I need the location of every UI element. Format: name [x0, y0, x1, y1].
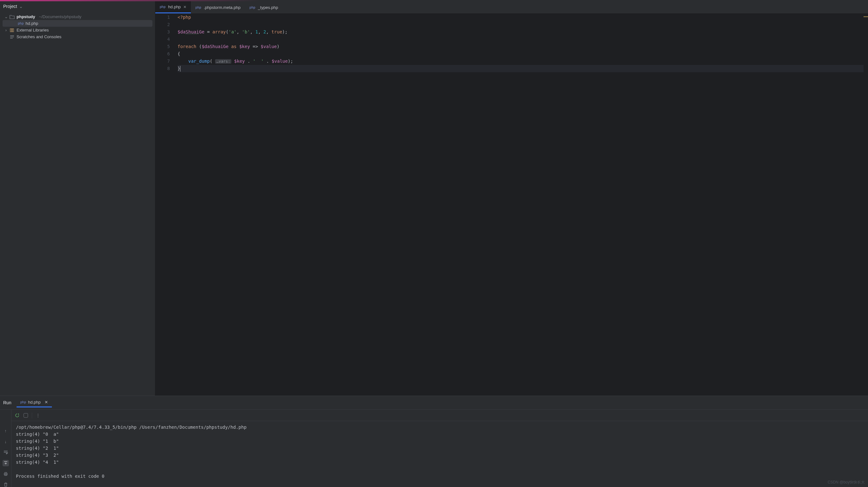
project-panel: Project ⌄ ⌄ phpstudy ~/Documents/phpstud…: [0, 1, 155, 396]
run-content: ⋮ /opt/homebrew/Cellar/php@7.4/7.4.33_5/…: [11, 410, 868, 487]
run-label[interactable]: Run: [3, 400, 17, 405]
svg-rect-1: [11, 29, 12, 32]
separator: [32, 413, 32, 418]
run-header: Run php hd.php ✕: [0, 396, 868, 409]
watermark: CSDN @boy快快长大: [828, 480, 865, 485]
soft-wrap-icon[interactable]: [3, 449, 9, 456]
tab-label: .phpstorm.meta.php: [204, 5, 241, 10]
code-editor[interactable]: 1234 5678 <?php $daShuaiGe = array('a', …: [155, 14, 868, 396]
php-file-icon: php: [249, 6, 255, 9]
editor-panel: php hd.php ✕ php .phpstorm.meta.php php …: [155, 1, 868, 396]
trash-icon[interactable]: [3, 482, 9, 487]
project-root[interactable]: ⌄ phpstudy ~/Documents/phpstudy: [3, 13, 152, 20]
run-tab-name: hd.php: [28, 400, 41, 404]
project-title: Project: [3, 4, 17, 9]
php-file-icon: php: [20, 400, 26, 404]
scroll-down-icon[interactable]: ↓: [3, 438, 9, 445]
chevron-down-icon[interactable]: ⌄: [4, 14, 8, 19]
scroll-up-icon[interactable]: ↑: [3, 427, 9, 434]
warning-mark[interactable]: [864, 16, 868, 17]
library-icon: [9, 28, 14, 32]
tab-hd-php[interactable]: php hd.php ✕: [155, 1, 191, 13]
text-cursor: [180, 66, 180, 71]
folder-icon: [9, 14, 14, 19]
inlay-hint: …vars:: [215, 59, 231, 64]
run-output[interactable]: /opt/homebrew/Cellar/php@7.4/7.4.33_5/bi…: [11, 421, 868, 487]
project-root-path: ~/Documents/phpstudy: [39, 14, 82, 19]
close-icon[interactable]: ✕: [183, 5, 186, 9]
project-root-name: phpstudy: [17, 14, 35, 19]
run-body: ↑ ↓ ⋮ /opt/homebr: [0, 409, 868, 487]
svg-rect-4: [5, 473, 7, 473]
tab-types-php[interactable]: php _types.php: [245, 1, 283, 13]
scratches-consoles[interactable]: › Scratches and Consoles: [3, 33, 152, 40]
run-panel: Run php hd.php ✕ ↑ ↓: [0, 396, 868, 487]
scratches-label: Scratches and Consoles: [17, 34, 61, 39]
main-area: Project ⌄ ⌄ phpstudy ~/Documents/phpstud…: [0, 1, 868, 396]
file-name: hd.php: [26, 21, 38, 26]
close-icon[interactable]: ✕: [44, 400, 48, 404]
rerun-icon[interactable]: [14, 413, 20, 418]
tab-phpstorm-meta[interactable]: php .phpstorm.meta.php: [191, 1, 245, 13]
php-file-icon: php: [18, 22, 24, 25]
svg-rect-0: [10, 29, 11, 32]
print-icon[interactable]: [3, 471, 9, 477]
editor-scrollbar-rail[interactable]: [864, 14, 868, 396]
editor-tabs: php hd.php ✕ php .phpstorm.meta.php php …: [155, 1, 868, 14]
gutter: 1234 5678: [155, 14, 178, 396]
stop-icon[interactable]: [24, 413, 28, 418]
scratches-icon: [9, 35, 14, 39]
run-toolbar: ⋮: [11, 410, 868, 421]
more-icon[interactable]: ⋮: [36, 413, 41, 418]
external-libraries[interactable]: › External Libraries: [3, 27, 152, 33]
project-tree: ⌄ phpstudy ~/Documents/phpstudy php hd.p…: [0, 11, 155, 396]
chevron-down-icon: ⌄: [19, 4, 23, 9]
project-panel-header[interactable]: Project ⌄: [0, 1, 155, 11]
tab-label: hd.php: [168, 4, 181, 9]
chevron-right-icon[interactable]: ›: [4, 28, 8, 32]
scroll-to-end-icon[interactable]: [3, 460, 9, 466]
run-tab[interactable]: php hd.php ✕: [17, 398, 52, 407]
external-libraries-label: External Libraries: [17, 28, 49, 32]
tab-label: _types.php: [258, 5, 278, 10]
php-file-icon: php: [160, 5, 165, 9]
code-content[interactable]: <?php $daShuaiGe = array('a', 'b', 1, 2,…: [178, 14, 864, 396]
php-file-icon: php: [195, 6, 201, 9]
svg-rect-2: [13, 29, 14, 32]
run-sidebar: ↑ ↓: [0, 410, 11, 487]
file-item-hd[interactable]: php hd.php: [3, 20, 152, 27]
